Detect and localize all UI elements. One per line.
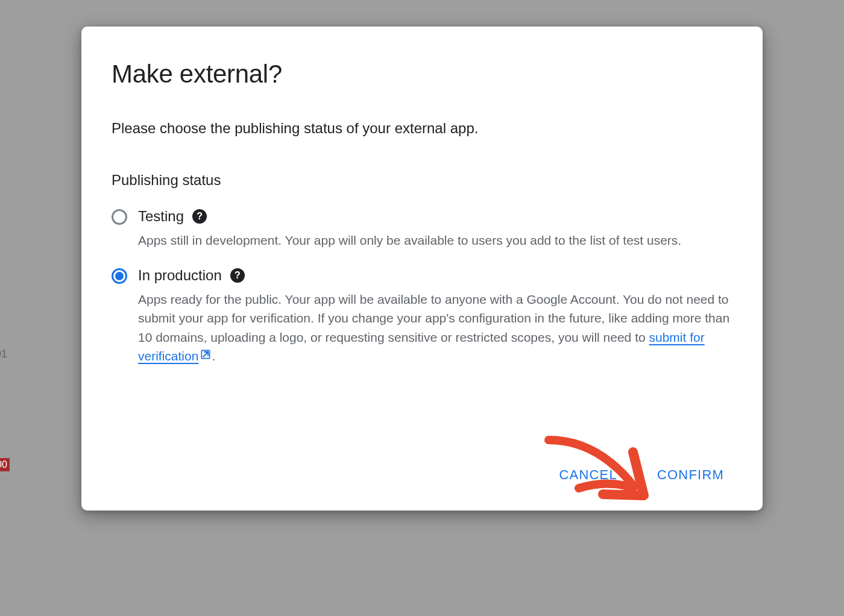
dialog-actions: CANCEL CONFIRM xyxy=(112,462,732,488)
radio-content-production: In production ? Apps ready for the publi… xyxy=(138,267,732,366)
radio-label-row: Testing ? xyxy=(138,208,732,225)
modal-overlay: Make external? Please choose the publish… xyxy=(0,0,844,616)
dialog-title: Make external? xyxy=(112,60,732,89)
external-link-icon xyxy=(200,347,212,366)
description-text: Apps ready for the public. Your app will… xyxy=(138,292,729,344)
cancel-button[interactable]: CANCEL xyxy=(556,462,619,488)
radio-description-testing: Apps still in development. Your app will… xyxy=(138,231,732,250)
dialog-subtitle: Please choose the publishing status of y… xyxy=(112,120,732,137)
radio-production[interactable] xyxy=(112,268,127,284)
make-external-dialog: Make external? Please choose the publish… xyxy=(81,27,763,511)
radio-option-testing[interactable]: Testing ? Apps still in development. You… xyxy=(112,208,732,250)
radio-testing[interactable] xyxy=(112,209,127,225)
confirm-button[interactable]: CONFIRM xyxy=(655,462,726,488)
radio-label-testing: Testing xyxy=(138,208,184,225)
radio-content-testing: Testing ? Apps still in development. You… xyxy=(138,208,732,250)
description-suffix: . xyxy=(212,349,215,363)
publishing-status-heading: Publishing status xyxy=(112,172,732,189)
radio-label-row: In production ? xyxy=(138,267,732,284)
help-icon[interactable]: ? xyxy=(192,209,207,224)
radio-label-production: In production xyxy=(138,267,222,284)
help-icon[interactable]: ? xyxy=(230,268,245,283)
radio-option-production[interactable]: In production ? Apps ready for the publi… xyxy=(112,267,732,366)
radio-description-production: Apps ready for the public. Your app will… xyxy=(138,290,732,366)
